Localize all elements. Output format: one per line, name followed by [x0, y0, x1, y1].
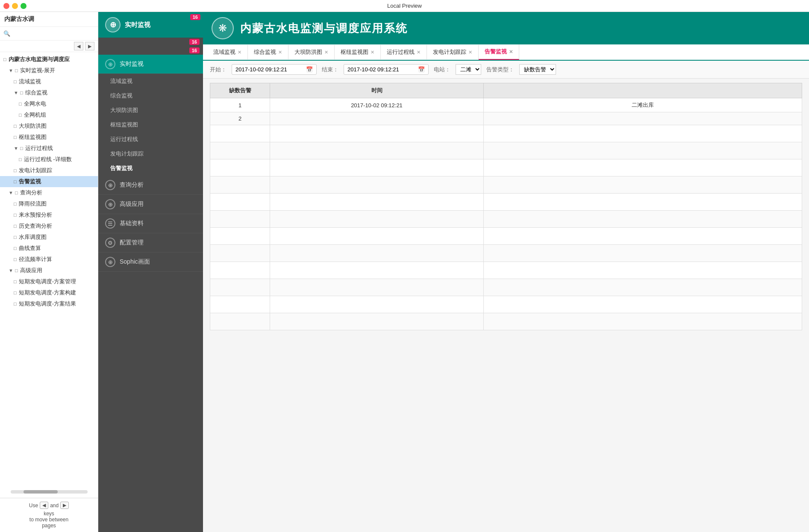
- badge-top: 16: [190, 14, 200, 20]
- page-icon: □: [15, 190, 18, 195]
- tab-close-process[interactable]: ✕: [417, 50, 421, 55]
- center-sub-genplan[interactable]: 发电计划跟踪: [98, 147, 203, 161]
- sidebar-item-rainfall[interactable]: □ 降雨径流图: [0, 198, 98, 209]
- hint-use: Use: [29, 503, 38, 508]
- end-calendar-icon[interactable]: 📅: [418, 66, 425, 73]
- sidebar-item-histquery[interactable]: □ 历史查询分析: [0, 220, 98, 232]
- center-sub-dam[interactable]: 大坝防洪图: [98, 103, 203, 118]
- center-nav-item-config[interactable]: ⚙ 配置管理: [98, 233, 203, 253]
- hint-move: to move between: [29, 517, 68, 523]
- tab-dam[interactable]: 大坝防洪图 ✕: [288, 45, 335, 59]
- sidebar-item-process[interactable]: ▼ □ 运行过程线: [0, 143, 98, 154]
- end-datetime-field[interactable]: [347, 66, 416, 73]
- center-sub-hub[interactable]: 枢纽监视图: [98, 118, 203, 132]
- sidebar-item-allwater[interactable]: □ 全网水电: [0, 98, 98, 109]
- table-row-empty: [210, 159, 802, 176]
- sidebar-item-shortplan2[interactable]: □ 短期发电调度-方案构建: [0, 287, 98, 298]
- sidebar-item-inflow[interactable]: □ 来水预报分析: [0, 209, 98, 220]
- config-icon: ⚙: [105, 238, 115, 248]
- realtime-icon: ⊕: [105, 59, 115, 69]
- page-icon: □: [14, 201, 17, 206]
- minimize-button[interactable]: [12, 3, 18, 9]
- center-nav-item-sophic[interactable]: ⊕ Sophic画面: [98, 253, 203, 272]
- sidebar-item-reservoir[interactable]: □ 水库调度图: [0, 232, 98, 243]
- page-icon: □: [14, 235, 17, 240]
- sidebar-item-realtime[interactable]: ▼ □ 实时监视-展开: [0, 65, 98, 76]
- nav-next-button[interactable]: ▶: [85, 42, 94, 50]
- table-row-empty: [210, 262, 802, 279]
- nav-logo: ⊕: [105, 17, 121, 32]
- alarm-type-select[interactable]: 缺数告警: [519, 64, 556, 75]
- sidebar-item-flow[interactable]: □ 流域监视: [0, 76, 98, 87]
- search-input[interactable]: [12, 29, 94, 38]
- tab-close-dam[interactable]: ✕: [324, 50, 328, 55]
- page-icon: □: [14, 168, 17, 173]
- close-button[interactable]: [3, 3, 9, 9]
- tab-close-genplan[interactable]: ✕: [468, 50, 472, 55]
- sidebar-item-hub[interactable]: □ 枢纽监视图: [0, 132, 98, 143]
- sidebar-item-flowfreq[interactable]: □ 径流频率计算: [0, 254, 98, 265]
- horizontal-scrollbar[interactable]: [11, 490, 88, 494]
- tab-alarm[interactable]: 告警监视 ✕: [479, 44, 519, 60]
- sidebar-item-allmachine[interactable]: □ 全网机组: [0, 109, 98, 121]
- tab-process[interactable]: 运行过程线 ✕: [381, 45, 427, 59]
- cell-num-2: 2: [210, 112, 270, 125]
- sidebar-footer: Use ◀ and ▶ keys to move between pages: [0, 498, 98, 532]
- center-nav-item-query[interactable]: ⊕ 查询分析: [98, 176, 203, 195]
- sidebar-item-shortplan3[interactable]: □ 短期发电调度-方案结果: [0, 298, 98, 309]
- sidebar-item-shortplan1[interactable]: □ 短期发电调度-方案管理: [0, 276, 98, 287]
- sidebar-item-curve[interactable]: □ 曲线查算: [0, 243, 98, 254]
- start-calendar-icon[interactable]: 📅: [306, 66, 313, 73]
- key-hint: Use ◀ and ▶: [29, 502, 69, 509]
- tab-close-comprehensive[interactable]: ✕: [278, 50, 282, 55]
- badge-3: 16: [189, 47, 200, 53]
- scrollbar-thumb[interactable]: [24, 490, 58, 494]
- center-nav-item-basic[interactable]: ☰ 基础资料: [98, 214, 203, 233]
- center-sub-process[interactable]: 运行过程线: [98, 132, 203, 147]
- cell-station-1: 二滩出库: [484, 98, 802, 112]
- table-row-empty: [210, 296, 802, 313]
- top-bar: Local Preview: [0, 0, 809, 12]
- sidebar-item-alarm[interactable]: □ 告警监视: [0, 176, 98, 187]
- table-row: 1 2017-10-02 09:12:21 二滩出库: [210, 98, 802, 112]
- center-nav-label-sophic: Sophic画面: [120, 258, 150, 266]
- center-nav-label-query: 查询分析: [120, 181, 144, 189]
- sidebar-item-comprehensive[interactable]: ▼ □ 综合监视: [0, 87, 98, 98]
- sidebar-item-root[interactable]: □ 内蒙古水电监测与调度应: [0, 54, 98, 65]
- station-select[interactable]: 二滩: [456, 64, 481, 75]
- sidebar-item-genplan[interactable]: □ 发电计划跟踪: [0, 165, 98, 176]
- sidebar-item-advanced[interactable]: ▼ □ 高级应用: [0, 265, 98, 276]
- main-layout: 内蒙古水调 🔍 ◀ ▶ □ 内蒙古水电监测与调度应 ▼ □ 实时监视-展开 □: [0, 12, 809, 532]
- maximize-button[interactable]: [21, 3, 26, 9]
- tab-close-flowview[interactable]: ✕: [238, 50, 241, 55]
- center-sub-alarm[interactable]: 告警监视: [98, 161, 203, 176]
- center-nav-title: 实时监视: [125, 21, 150, 29]
- sidebar-item-query[interactable]: ▼ □ 查询分析: [0, 187, 98, 198]
- window-controls[interactable]: [0, 0, 30, 12]
- center-sub-flowview[interactable]: 流域监视: [98, 74, 203, 88]
- tab-hub[interactable]: 枢纽监视图 ✕: [335, 45, 381, 59]
- expand-icon: ▼: [9, 268, 13, 273]
- tab-genplan[interactable]: 发电计划跟踪 ✕: [427, 45, 479, 59]
- tab-comprehensive[interactable]: 综合监视 ✕: [248, 45, 288, 59]
- end-label: 结束：: [322, 66, 338, 73]
- start-datetime-input[interactable]: 📅: [232, 64, 317, 75]
- expand-icon: ▼: [9, 190, 13, 195]
- hint-and: and: [50, 503, 59, 508]
- nav-prev-button[interactable]: ◀: [74, 42, 83, 50]
- start-datetime-field[interactable]: [235, 66, 304, 73]
- tab-close-hub[interactable]: ✕: [371, 50, 374, 55]
- center-nav-item-realtime[interactable]: ⊕ 实时监视: [98, 55, 203, 74]
- tab-flowview[interactable]: 流域监视 ✕: [207, 45, 248, 59]
- tab-close-alarm[interactable]: ✕: [509, 49, 513, 55]
- badge-row-3: 16: [98, 46, 203, 55]
- sidebar-item-dam[interactable]: □ 大坝防洪图: [0, 121, 98, 132]
- sidebar-item-process-detail[interactable]: □ 运行过程线 -详细数: [0, 154, 98, 165]
- hint-pages: pages: [42, 523, 56, 529]
- center-nav-item-advanced[interactable]: ⊕ 高级应用: [98, 195, 203, 214]
- station-label: 电站：: [434, 66, 450, 73]
- end-datetime-input[interactable]: 📅: [344, 64, 429, 75]
- center-sub-comprehensive[interactable]: 综合监视: [98, 88, 203, 103]
- center-nav: ⊕ 实时监视 16 16 16 ⊕ 实时监视 流域监视 综合监视: [98, 12, 203, 532]
- search-icon: 🔍: [3, 30, 10, 37]
